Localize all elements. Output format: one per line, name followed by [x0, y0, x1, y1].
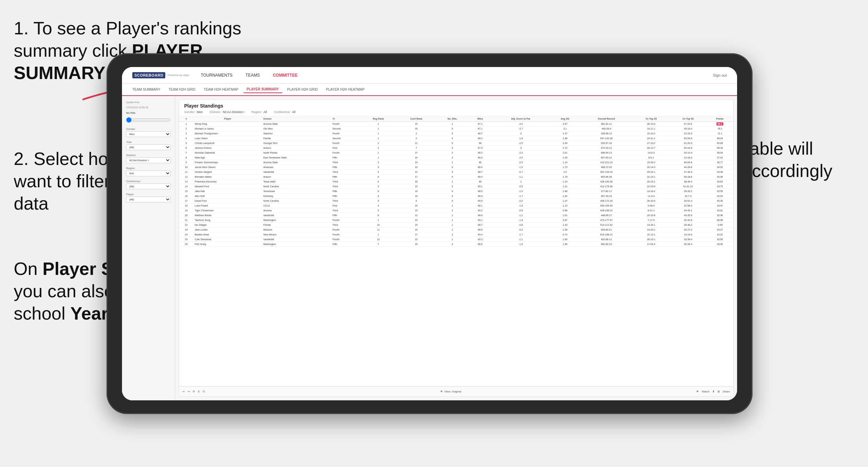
cell-wins: 69 [469, 160, 491, 165]
cell-conf-rank: 24 [397, 160, 436, 165]
cell-school: Florida [262, 136, 331, 141]
sub-nav-team-h2h-grid[interactable]: TEAM H2H GRID [165, 86, 199, 93]
table-row: 19 Tiger Christensen Arizona Third 5 23 … [179, 208, 733, 213]
cell-player[interactable]: Nicholas Gabrelcik [193, 151, 262, 155]
cell-points: 10.02 [706, 232, 733, 237]
cell-num: 14 [179, 184, 193, 189]
gender-select[interactable]: Men [126, 131, 171, 137]
cell-player[interactable]: Tiger Christensen [193, 208, 262, 213]
cell-reg-rank: 8 [360, 189, 397, 194]
sub-nav-team-h2h-heatmap[interactable]: TEAM H2H HEATMAP [200, 86, 242, 93]
cell-top25: 27-10-2 [633, 141, 669, 146]
toolbar-share-label[interactable]: Share [723, 390, 730, 393]
cell-conf-rank: 2 [397, 136, 436, 141]
app-navbar: SCOREBOARD Powered by clippi TOURNAMENTS… [122, 67, 737, 84]
conference-select[interactable]: (All) [126, 184, 171, 189]
sub-nav-team-summary[interactable]: TEAM SUMMARY [129, 86, 164, 93]
cell-overall: 488-72-25 [580, 165, 633, 170]
logo-box: SCOREBOARD [132, 72, 165, 78]
sub-nav-player-summary[interactable]: PLAYER SUMMARY [243, 86, 282, 93]
cell-reg-rank: 9 [360, 194, 397, 199]
cell-player[interactable]: David Ford [193, 199, 262, 203]
cell-points: 68.04 [706, 136, 733, 141]
toolbar-undo-icon[interactable]: ↩ [182, 390, 185, 393]
cell-school: Missouri [262, 227, 331, 232]
cell-wins: 69.2 [469, 208, 491, 213]
cell-player[interactable]: Taehoon Song [193, 218, 262, 223]
cell-player[interactable]: Gordon Sargent [193, 170, 262, 175]
cell-num: 4 [179, 136, 193, 141]
cell-conf-rank: 23 [397, 218, 436, 223]
cell-no-rds: 0 [436, 194, 469, 199]
nav-committee[interactable]: COMMITTEE [271, 73, 299, 78]
cell-player[interactable]: Jack Lundin [193, 227, 262, 232]
cell-player[interactable]: Maxwell Ford [193, 184, 262, 189]
col-top50: Vs Top 50 [670, 116, 706, 122]
toolbar-left: ↩ ↪ ⟳ ⎘ ⏱ [182, 390, 205, 393]
sidebar-update-time: 27/03/2024 16:56:26 [126, 106, 171, 109]
cell-player[interactable]: Brendan Valdes [193, 175, 262, 179]
cell-reg-rank: 3 [360, 165, 397, 170]
year-select[interactable]: (All) [126, 144, 171, 150]
cell-num: 9 [179, 160, 193, 165]
no-rds-slider[interactable] [126, 117, 171, 123]
toolbar-grid-icon[interactable]: ⊞ [717, 390, 720, 393]
cell-wins: 67.1 [469, 122, 491, 126]
cell-adj: -0.8 [491, 208, 550, 213]
cell-yr: First [331, 146, 360, 151]
cell-school: Vanderbilt [262, 170, 331, 175]
cell-player[interactable]: Petr Hruby [193, 242, 262, 247]
cell-no-rds: 2 [436, 208, 469, 213]
toolbar-watch-label[interactable]: Watch [702, 390, 709, 393]
cell-player[interactable]: Bastien Amat [193, 232, 262, 237]
cell-player[interactable]: Phachara Khonchan [193, 179, 262, 184]
cell-yr: Fifth [331, 175, 360, 179]
toolbar-copy-icon[interactable]: ⎘ [198, 390, 200, 393]
cell-top25: 4-58-0 [633, 203, 669, 208]
cell-player[interactable]: Christo Lamprecht [193, 141, 262, 146]
sub-nav-player-h2h-grid[interactable]: PLAYER H2H GRID [284, 86, 321, 93]
cell-yr: Third [331, 208, 360, 213]
toolbar-view-label[interactable]: View: Original [444, 390, 461, 393]
cell-player[interactable]: Jacob Skov Olesen [193, 165, 262, 170]
nav-sign-out[interactable]: Sign out [713, 73, 727, 77]
cell-top50: 51-61-10 [670, 184, 706, 189]
cell-player[interactable]: Michael Thorbjornsen [193, 131, 262, 136]
cell-points: 72.1 [706, 131, 733, 136]
table-row: 23 Jack Lundin Missouri Fourth 11 24 1 6… [179, 227, 733, 232]
division-select[interactable]: NCAA Division I [126, 157, 171, 163]
player-select[interactable]: (All) [126, 197, 171, 202]
cell-player[interactable]: Mats Ege [193, 155, 262, 160]
cell-overall: 605-96-38 [580, 175, 633, 179]
toolbar-clock-icon[interactable]: ⏱ [202, 390, 205, 393]
cell-wins: 67.1 [469, 126, 491, 131]
cell-player[interactable]: Alex Goff [193, 194, 262, 199]
nav-right: Sign out [713, 73, 727, 77]
cell-school: Arkansas [262, 165, 331, 170]
cell-no-rds: 0 [436, 131, 469, 136]
sub-nav-player-h2h-heatmap[interactable]: PLAYER H2H HEATMAP [323, 86, 368, 93]
cell-school: East Tennessee State [262, 155, 331, 160]
cell-player[interactable]: Preston Summerhays [193, 160, 262, 165]
cell-player[interactable]: Matthew Riedel [193, 213, 262, 218]
cell-player[interactable]: Michael Le Sasso [193, 126, 262, 131]
cell-top25: 20-29-1 [633, 179, 669, 184]
region-select[interactable]: N/A [126, 170, 171, 176]
cell-points: 30.83 [706, 179, 733, 184]
toolbar-refresh-icon[interactable]: ⟳ [193, 390, 195, 393]
cell-num: 6 [179, 146, 193, 151]
toolbar-redo-icon[interactable]: ↪ [188, 390, 190, 393]
nav-tournaments[interactable]: TOURNAMENTS [199, 73, 234, 78]
cell-player[interactable]: Jake Hall [193, 189, 262, 194]
cell-player[interactable]: Ian Gilligan [193, 223, 262, 227]
cell-yr: Second [331, 136, 360, 141]
cell-no-rds: 2 [436, 151, 469, 155]
cell-player[interactable]: Wenyi Ding [193, 122, 262, 126]
cell-player[interactable]: Luke Powell [193, 203, 262, 208]
cell-player[interactable]: Cole Sherwood [193, 237, 262, 242]
cell-player[interactable]: Jackson Koivun [193, 146, 262, 151]
cell-player[interactable]: Luke Claton [193, 136, 262, 141]
nav-teams[interactable]: TEAMS [244, 73, 261, 78]
toolbar-export-icon[interactable]: ⬆ [712, 390, 715, 393]
cell-yr: Fourth [331, 141, 360, 146]
